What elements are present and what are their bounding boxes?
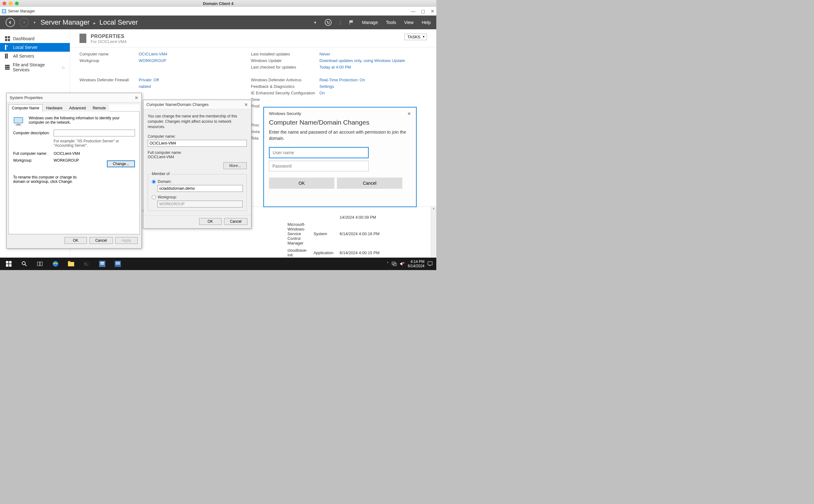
sidebar-item-all-servers[interactable]: All Servers [0, 52, 70, 60]
prop-value-last-installed[interactable]: Never [319, 52, 422, 56]
task-view-icon[interactable] [32, 258, 47, 270]
svg-rect-12 [5, 65, 10, 66]
header-dropdown-icon[interactable]: ▼ [313, 21, 316, 24]
workgroup-radio[interactable] [152, 195, 156, 199]
ok-button[interactable]: OK [269, 178, 334, 189]
cancel-button[interactable]: Cancel [224, 218, 247, 225]
svg-point-23 [22, 262, 25, 265]
close-icon[interactable]: ✕ [135, 95, 138, 100]
apply-button[interactable]: Apply [115, 237, 138, 244]
svg-rect-17 [17, 124, 20, 125]
network-icon[interactable] [392, 262, 397, 266]
nav-forward-button[interactable] [19, 18, 29, 27]
svg-rect-7 [8, 39, 10, 41]
header-separator: | [340, 20, 341, 25]
domain-changes-dialog: Computer Name/Domain Changes ✕ You can c… [143, 100, 251, 229]
svg-text:>_: >_ [84, 262, 88, 265]
explorer-icon[interactable] [64, 258, 79, 270]
change-button[interactable]: Change... [107, 160, 135, 167]
more-button[interactable]: More... [223, 162, 247, 169]
close-icon[interactable]: ✕ [244, 102, 248, 107]
computer-name-input[interactable] [148, 140, 247, 147]
domdlg-desc: You can change the name and the membersh… [148, 114, 247, 129]
sidebar-item-dashboard[interactable]: Dashboard [0, 34, 70, 43]
start-button[interactable] [1, 258, 16, 270]
computer-description-label: Computer description: [13, 131, 54, 135]
breadcrumb-app[interactable]: Server Manager [40, 18, 90, 26]
tasks-dropdown[interactable]: TASKS [404, 34, 427, 40]
volume-icon[interactable] [400, 262, 405, 266]
breadcrumb-page: Local Server [99, 18, 138, 26]
workgroup-input [157, 201, 243, 207]
prop-label-time: Time [251, 97, 316, 102]
username-input[interactable] [269, 147, 369, 158]
nav-back-button[interactable] [6, 18, 15, 27]
event-date: 6/14/2024 4:00:15 PM [336, 247, 436, 258]
server-manager-taskbar-icon[interactable] [95, 258, 110, 270]
cancel-button[interactable]: Cancel [89, 237, 113, 244]
search-icon[interactable] [17, 258, 32, 270]
svg-rect-36 [116, 262, 120, 265]
prop-label-defender-av: Windows Defender Antivirus [251, 78, 316, 82]
cmd-icon[interactable]: >_ [79, 258, 94, 270]
computer-description-input[interactable] [54, 130, 135, 136]
running-app-icon[interactable] [110, 258, 125, 270]
svg-rect-29 [68, 261, 70, 262]
prop-value-win-update[interactable]: Download updates only, using Windows Upd… [319, 58, 422, 63]
window-close[interactable]: ✕ [431, 9, 435, 14]
refresh-icon[interactable]: ↻ [325, 19, 331, 26]
prop-value-defender-av[interactable]: Real-Time Protection: On [319, 78, 422, 82]
prop-label-last-checked: Last checked for updates [251, 65, 316, 69]
cancel-button[interactable]: Cancel [337, 178, 402, 189]
workgroup-radio-label: Workgroup: [158, 195, 177, 199]
svg-rect-1 [3, 10, 5, 11]
mac-close-dot[interactable] [2, 2, 6, 5]
local-server-icon [5, 45, 10, 50]
tab-advanced[interactable]: Advanced [66, 104, 89, 112]
sidebar-item-file-storage[interactable]: File and Storage Services ▷ [0, 60, 70, 74]
tab-computer-name[interactable]: Computer Name [8, 104, 43, 112]
ok-button[interactable]: OK [64, 237, 87, 244]
tab-remote[interactable]: Remote [89, 104, 109, 112]
close-icon[interactable]: ✕ [407, 111, 411, 116]
window-app-name: Server Manager [8, 9, 35, 13]
mac-max-dot[interactable] [15, 2, 19, 5]
prop-value-ie-esc[interactable]: On [319, 91, 422, 95]
tray-chevron-icon[interactable]: ˄ [387, 262, 388, 266]
taskbar-clock[interactable]: 4:14 PM 6/14/2024 [408, 259, 425, 269]
taskbar-date: 6/14/2024 [408, 264, 425, 268]
window-minimize[interactable]: — [411, 9, 416, 14]
ok-button[interactable]: OK [199, 218, 221, 225]
notifications-icon[interactable] [428, 261, 433, 266]
tab-hardware[interactable]: Hardware [43, 104, 66, 112]
menu-tools[interactable]: Tools [386, 20, 396, 25]
prop-value-workgroup[interactable]: WORKGROUP [139, 58, 248, 63]
prop-value-partial[interactable]: nabled [139, 84, 248, 89]
breadcrumb-separator: ▸ [93, 21, 96, 26]
ie-icon[interactable] [48, 258, 63, 270]
svg-rect-41 [428, 262, 432, 265]
domain-radio[interactable] [152, 180, 156, 184]
password-input[interactable] [269, 161, 369, 171]
scrollbar[interactable]: ▴ [431, 207, 436, 258]
prop-value-computer-name[interactable]: OCICLient-VM4 [139, 52, 248, 56]
prop-value-last-checked[interactable]: Today at 4:00 PM [319, 65, 422, 69]
taskbar: >_ ˄ 4:14 PM 6/14/2024 [0, 258, 436, 270]
sidebar-item-local-server[interactable]: Local Server [0, 43, 70, 52]
prop-value-defender-fw[interactable]: Private: Off [139, 78, 248, 82]
prop-value-feedback[interactable]: Settings [319, 84, 422, 89]
mac-window-title: Domain Client 4 [203, 1, 233, 6]
menu-help[interactable]: Help [422, 20, 431, 25]
menu-manage[interactable]: Manage [362, 20, 378, 25]
flag-icon[interactable] [349, 20, 354, 25]
nav-dropdown-arrow[interactable]: ▼ [33, 21, 36, 24]
mac-min-dot[interactable] [9, 2, 12, 5]
svg-rect-6 [5, 39, 7, 41]
event-log: System [310, 221, 336, 247]
breadcrumb: Server Manager ▸ Local Server [40, 18, 138, 26]
domain-input[interactable] [157, 185, 243, 192]
window-maximize[interactable]: ▢ [421, 9, 425, 14]
svg-rect-11 [7, 54, 8, 59]
secdlg-title: Computer Name/Domain Changes [264, 117, 416, 129]
menu-view[interactable]: View [404, 20, 414, 25]
